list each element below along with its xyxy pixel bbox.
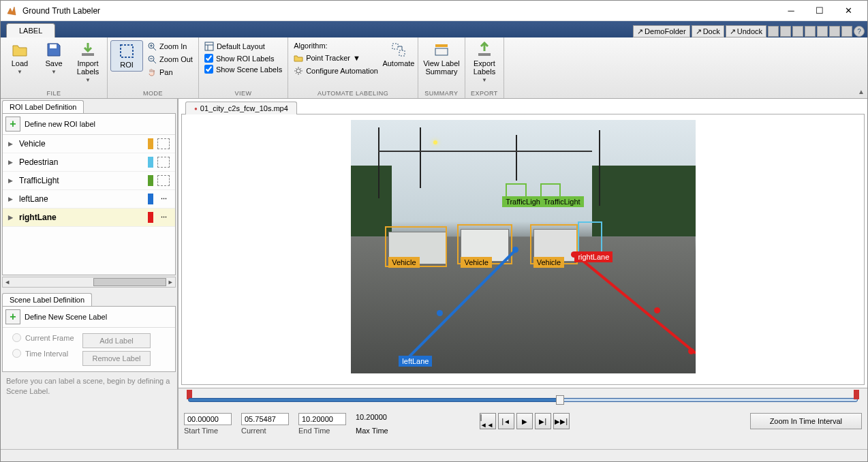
end-time-input[interactable] [298, 413, 346, 425]
roi-label-row-trafficlight[interactable]: ▶TrafficLight [3, 172, 175, 190]
roi-shape-icon [157, 175, 170, 186]
svg-rect-1 [82, 53, 94, 56]
bbox-label-trafficlight-2: TrafficLight [540, 196, 584, 207]
roi-panel-tab[interactable]: ROI Label Definition [2, 100, 84, 113]
step-back-button[interactable]: |◄ [498, 413, 514, 429]
view-summary-button[interactable]: View Label Summary [421, 40, 462, 77]
demofolder-button[interactable]: ↗DemoFolder [633, 25, 690, 37]
roi-shape-icon: ⋯ [157, 212, 170, 223]
roi-label-name: Vehicle [19, 139, 144, 149]
step-forward-button[interactable]: ▶| [535, 413, 551, 429]
start-time-label: Start Time [184, 427, 232, 435]
close-button[interactable]: ✕ [835, 1, 862, 20]
expand-arrow-icon: ▶ [8, 177, 15, 184]
svg-rect-8 [399, 50, 405, 56]
pan-button[interactable]: Pan [144, 66, 196, 78]
roi-shape-icon: ⋯ [157, 194, 170, 204]
automate-group-label: AUTOMATE LABELING [288, 90, 418, 98]
folder-open-icon [12, 42, 28, 58]
quickaccess-icon-3[interactable] [792, 26, 803, 37]
roi-mode-button[interactable]: ROI [110, 40, 143, 72]
time-interval-radio[interactable]: Time Interval [12, 349, 74, 358]
undock-button[interactable]: ↗Undock [726, 25, 766, 37]
end-time-label: End Time [298, 427, 346, 435]
roi-label-row-pedestrian[interactable]: ▶Pedestrian [3, 153, 175, 172]
roi-label-name: leftLane [19, 194, 144, 204]
window-title: Ground Truth Labeler [22, 6, 777, 16]
roi-label-row-leftlane[interactable]: ▶leftLane⋯ [3, 190, 175, 209]
add-scene-label-button[interactable]: Add Label [82, 333, 151, 348]
folder-icon [294, 53, 303, 63]
quickaccess-icon-1[interactable] [768, 26, 779, 37]
scene-panel-tab[interactable]: Scene Label Definition [2, 293, 92, 306]
timeline-end-flag[interactable] [854, 390, 859, 399]
roi-hscrollbar[interactable]: ◄► [2, 277, 176, 288]
svg-rect-2 [121, 45, 133, 57]
quickaccess-icon-7[interactable] [841, 26, 852, 37]
quickaccess-icon-4[interactable] [805, 26, 816, 37]
export-labels-button[interactable]: Export Labels▼ [468, 40, 501, 84]
define-roi-button[interactable]: + [5, 117, 20, 132]
load-button[interactable]: Load▼ [3, 40, 36, 76]
quickaccess-icon-5[interactable] [817, 26, 828, 37]
remove-scene-label-button[interactable]: Remove Label [82, 351, 151, 366]
show-roi-checkbox[interactable]: Show ROI Labels [202, 53, 285, 63]
default-layout-button[interactable]: Default Layout [202, 40, 285, 52]
svg-rect-11 [478, 53, 491, 56]
show-scene-checkbox[interactable]: Show Scene Labels [202, 64, 285, 74]
lane-point-left-2[interactable] [437, 310, 443, 316]
timeline-track[interactable] [184, 391, 862, 410]
current-time-label: Current [241, 427, 289, 435]
roi-label-name: rightLane [19, 213, 144, 222]
minimize-button[interactable]: ─ [777, 1, 805, 20]
roi-color-swatch [148, 175, 153, 186]
roi-label-name: Pedestrian [19, 157, 144, 167]
dock-button[interactable]: ↗Dock [692, 25, 724, 37]
import-icon [80, 42, 96, 58]
configure-automation-button[interactable]: Configure Automation [291, 65, 381, 77]
roi-label-row-vehicle[interactable]: ▶Vehicle [3, 135, 175, 153]
save-button[interactable]: Save▼ [37, 40, 70, 76]
current-frame-radio[interactable]: Current Frame [12, 333, 74, 342]
quickaccess-icon-6[interactable] [829, 26, 840, 37]
bbox-label-vehicle-3: Vehicle [533, 257, 564, 268]
max-time-value: 10.20000 [356, 413, 388, 421]
zoomin-button[interactable]: Zoom In [144, 40, 196, 52]
lane-point-right-2[interactable] [654, 307, 660, 313]
goto-start-button[interactable]: |◄◄ [480, 413, 496, 429]
svg-rect-5 [205, 42, 213, 50]
algorithm-select[interactable]: Point Tracker ▼ [291, 52, 381, 64]
goto-end-button[interactable]: ▶▶| [553, 413, 570, 429]
start-time-input[interactable] [184, 413, 232, 425]
roi-label-name: TrafficLight [19, 176, 144, 185]
current-time-input[interactable] [241, 413, 289, 425]
svg-rect-7 [392, 44, 398, 49]
play-button[interactable]: ▶ [516, 413, 533, 429]
algorithm-label: Algorithm: [291, 40, 381, 51]
maximize-button[interactable]: ☐ [806, 1, 833, 20]
scene-hint-text: Before you can label a scene, begin by d… [1, 372, 177, 401]
expand-arrow-icon: ▶ [8, 159, 15, 166]
quickaccess-icon-2[interactable] [780, 26, 791, 37]
timeline-playhead[interactable] [556, 395, 564, 405]
video-canvas[interactable]: TrafficLight TrafficLight Vehicle Vehicl… [351, 120, 696, 373]
bbox-label-trafficlight-1: TrafficLight [502, 196, 546, 207]
import-labels-button[interactable]: Import Labels▼ [72, 40, 104, 84]
tab-label[interactable]: LABEL [6, 23, 55, 37]
help-icon[interactable]: ? [854, 26, 865, 37]
gear-icon [294, 66, 303, 76]
zoomout-icon [147, 55, 157, 64]
zoom-time-interval-button[interactable]: Zoom In Time Interval [750, 413, 862, 429]
zoomout-button[interactable]: Zoom Out [144, 53, 196, 65]
define-scene-button[interactable]: + [5, 309, 20, 324]
roi-color-swatch [148, 212, 153, 223]
max-time-label: Max Time [356, 427, 388, 435]
collapse-toolstrip-button[interactable]: ▲ [855, 37, 867, 98]
roi-color-swatch [148, 194, 153, 204]
matlab-logo-icon [6, 5, 17, 16]
roi-label-row-rightlane[interactable]: ▶rightLane⋯ [3, 209, 175, 227]
bbox-pedestrian-1[interactable] [578, 221, 602, 254]
video-tab[interactable]: 01_city_c2s_fcw_10s.mp4 [185, 102, 297, 114]
define-roi-label: Define new ROI label [25, 120, 95, 128]
automate-button[interactable]: Automate [382, 40, 415, 69]
